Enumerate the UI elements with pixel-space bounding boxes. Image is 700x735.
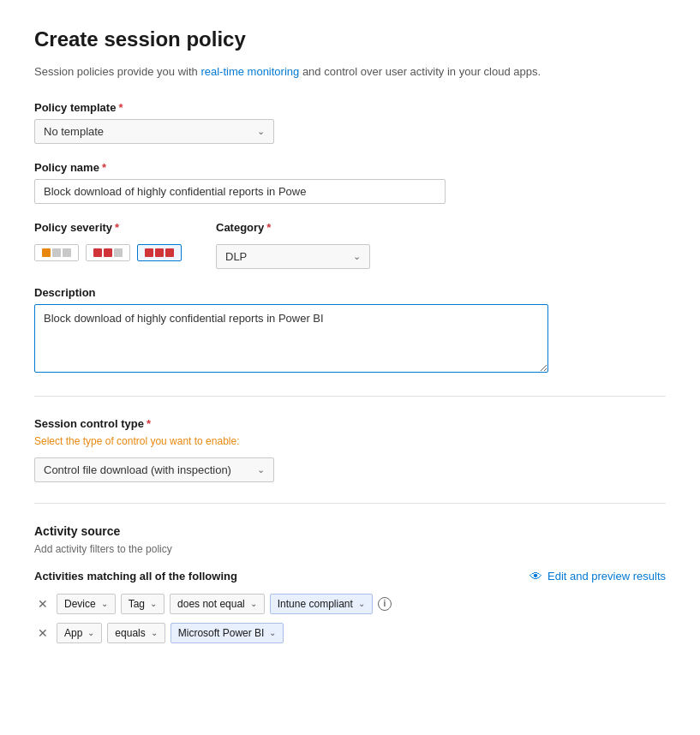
policy-template-label: Policy template * [34,101,666,114]
realtime-monitoring-link[interactable]: real-time monitoring [200,65,299,78]
policy-severity-group: Policy severity * [34,221,182,261]
policy-name-group: Policy name * [34,161,666,204]
remove-filter-2-button[interactable]: ✕ [34,624,51,642]
sev-block-6 [114,248,123,257]
sev-block-3 [63,248,71,257]
sev-block-1 [42,248,51,257]
sev-block-4 [93,248,102,257]
severity-high-bars [145,248,174,257]
filter-row-1: ✕ Device ⌄ Tag ⌄ does not equal ⌄ Intune… [34,594,666,614]
filter-intune-compliant-chip[interactable]: Intune compliant ⌄ [270,594,373,614]
chevron-down-icon: ⌄ [257,126,265,137]
required-star-session: * [147,417,151,430]
required-star-name: * [102,161,106,174]
filter-device-chip[interactable]: Device ⌄ [57,594,116,614]
severity-options [34,244,182,261]
description-group: Description [34,286,666,375]
sev-block-7 [145,248,153,257]
chevron-down-icon-device: ⌄ [101,599,108,608]
severity-medium-bars [93,248,123,257]
severity-high-button[interactable] [137,244,182,261]
page-subtitle: Session policies provide you with real-t… [34,63,666,81]
required-star-severity: * [115,221,119,234]
policy-template-dropdown[interactable]: No template ⌄ [34,119,274,144]
chevron-down-icon-powerbi: ⌄ [269,628,276,637]
policy-template-group: Policy template * No template ⌄ [34,101,666,144]
policy-name-label: Policy name * [34,161,666,174]
category-value: DLP [225,250,247,263]
section-divider-2 [34,503,666,504]
chevron-down-icon-does-not-equal: ⌄ [250,599,257,608]
severity-low-bars [42,248,71,257]
activity-source-section: Activity source Add activity filters to … [34,524,666,643]
filter-row-2: ✕ App ⌄ equals ⌄ Microsoft Power BI ⌄ [34,623,666,643]
chevron-down-icon-tag: ⌄ [150,599,157,608]
category-group: Category * DLP ⌄ [216,221,370,269]
sev-block-2 [52,248,61,257]
edit-preview-label: Edit and preview results [547,570,666,583]
session-control-group: Session control type * Select the type o… [34,417,666,482]
activities-header: Activities matching all of the following… [34,569,666,583]
description-textarea[interactable] [34,304,548,373]
page-title: Create session policy [34,27,666,51]
filter-power-bi-chip[interactable]: Microsoft Power BI ⌄ [171,623,284,643]
sev-block-9 [165,248,174,257]
policy-template-value: No template [44,125,104,138]
chevron-down-icon-category: ⌄ [353,251,361,262]
activities-matching-title: Activities matching all of the following [34,570,237,583]
remove-filter-1-button[interactable]: ✕ [34,595,51,612]
section-divider-1 [34,396,666,397]
required-star: * [118,101,123,114]
session-control-hint: Select the type of control you want to e… [34,435,666,447]
eye-icon: 👁 [529,569,542,583]
category-dropdown[interactable]: DLP ⌄ [216,244,370,269]
chevron-down-icon-session: ⌄ [257,464,265,475]
session-control-value: Control file download (with inspection) [44,463,231,476]
chevron-down-icon-app: ⌄ [87,628,94,637]
filter-app-chip[interactable]: App ⌄ [57,623,102,643]
sev-block-8 [155,248,164,257]
info-icon-row1[interactable]: i [378,597,392,611]
filter-tag-chip[interactable]: Tag ⌄ [121,594,165,614]
chevron-down-icon-equals: ⌄ [151,628,158,637]
activity-source-hint: Add activity filters to the policy [34,543,666,555]
filter-equals-chip[interactable]: equals ⌄ [107,623,165,643]
required-star-category: * [266,221,271,234]
chevron-down-icon-intune: ⌄ [358,599,365,608]
session-control-label: Session control type * [34,417,666,430]
policy-name-input[interactable] [34,179,446,204]
severity-low-button[interactable] [34,244,79,261]
activity-source-title: Activity source [34,524,666,538]
filter-does-not-equal-chip[interactable]: does not equal ⌄ [170,594,265,614]
severity-medium-button[interactable] [86,244,130,261]
sev-block-5 [104,248,112,257]
edit-preview-button[interactable]: 👁 Edit and preview results [529,569,666,583]
category-label: Category * [216,221,370,234]
policy-severity-label: Policy severity * [34,221,182,234]
session-control-dropdown[interactable]: Control file download (with inspection) … [34,457,274,482]
description-label: Description [34,286,666,299]
severity-category-row: Policy severity * [34,221,666,269]
